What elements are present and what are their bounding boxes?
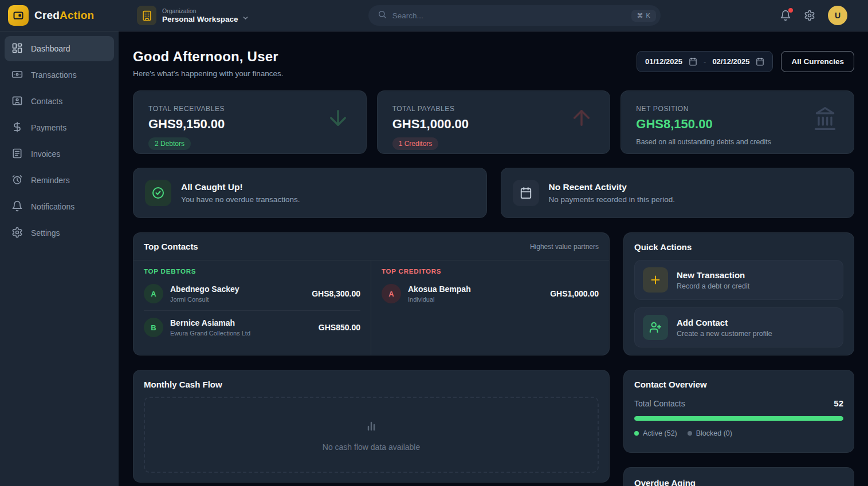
dashboard-icon [11, 42, 23, 56]
top-contacts-card: Top Contacts Highest value partners TOP … [133, 232, 610, 355]
sidebar-item-label: Dashboard [31, 44, 70, 53]
card-title: Monthly Cash Flow [144, 380, 599, 389]
stat-value: GHS9,150.00 [148, 117, 351, 132]
sidebar-item-label: Contacts [31, 97, 62, 106]
date-separator: - [704, 57, 706, 66]
overdue-aging-card: Overdue Aging [623, 467, 854, 486]
date-to-input[interactable]: 02/12/2025 [712, 57, 749, 66]
action-subtitle: Record a debt or credit [677, 282, 749, 290]
stat-value: GHS8,150.00 [636, 117, 839, 132]
card-title: Top Contacts [144, 242, 198, 251]
search-bar[interactable]: ⌘ K [368, 5, 661, 26]
card-title: Overdue Aging [634, 478, 843, 486]
sidebar-item-contacts[interactable]: Contacts [5, 89, 114, 114]
creditors-badge: 1 Creditors [392, 137, 439, 150]
sidebar-item-dashboard[interactable]: Dashboard [5, 36, 114, 61]
bell-icon [11, 200, 23, 214]
sidebar-item-transactions[interactable]: Transactions [5, 62, 114, 88]
blocked-dot-icon [688, 431, 692, 436]
calendar-icon[interactable] [689, 57, 697, 66]
transactions-icon [11, 69, 23, 82]
stat-label: TOTAL RECEIVABLES [148, 105, 351, 113]
arrow-up-icon [569, 106, 594, 132]
total-contacts-value: 52 [834, 398, 843, 408]
sidebar-item-settings[interactable]: Settings [5, 220, 114, 246]
stat-note: Based on all outstanding debts and credi… [636, 138, 839, 146]
sidebar-item-notifications[interactable]: Notifications [5, 194, 114, 219]
page-title: Good Afternoon, User [133, 49, 284, 65]
active-label: Active (52) [643, 429, 677, 437]
date-range-picker[interactable]: 01/12/2025 - 02/12/2025 [637, 51, 773, 72]
brand-header: CredAction [0, 0, 119, 31]
organization-selector[interactable]: Organization Personal Workspace [137, 6, 249, 25]
reminders-icon [11, 174, 23, 187]
app-name: CredAction [34, 9, 94, 22]
topbar: Organization Personal Workspace ⌘ K [119, 0, 868, 31]
debtors-badge: 2 Debtors [148, 137, 191, 150]
search-input[interactable] [392, 11, 626, 20]
main-content: Good Afternoon, User Here's what's happe… [119, 31, 868, 486]
contacts-progress-fill [634, 416, 843, 421]
user-avatar[interactable]: U [828, 6, 847, 25]
card-hint: Highest value partners [530, 243, 599, 251]
search-icon [378, 10, 387, 21]
contact-amount: GHS850.00 [319, 323, 360, 332]
date-from-input[interactable]: 01/12/2025 [645, 57, 682, 66]
sidebar-item-label: Transactions [31, 70, 77, 80]
card-title: Contact Overview [634, 380, 843, 389]
contact-company: Jormi Consult [170, 296, 239, 303]
gear-icon [11, 227, 23, 240]
sidebar-item-invoices[interactable]: Invoices [5, 141, 114, 167]
add-contact-button[interactable]: Add Contact Create a new customer profil… [634, 307, 843, 347]
net-position-card: NET POSITION GHS8,150.00 Based on all ou… [620, 90, 854, 154]
bank-icon [812, 106, 838, 133]
chevron-down-icon [242, 14, 249, 23]
search-wrap: ⌘ K [258, 5, 771, 26]
calendar-icon[interactable] [756, 57, 764, 66]
notifications-button[interactable] [780, 10, 791, 21]
contact-company: Ewura Grand Collections Ltd [170, 330, 250, 337]
org-name: Personal Workspace [162, 15, 238, 23]
contacts-icon [11, 95, 23, 108]
debtor-row[interactable]: B Bernice Asiamah Ewura Grand Collection… [144, 310, 360, 344]
sidebar-item-label: Settings [31, 228, 60, 238]
total-contacts-label: Total Contacts [634, 399, 685, 408]
action-subtitle: Create a new customer profile [677, 330, 772, 338]
arrow-down-icon [326, 106, 350, 132]
debtors-heading: TOP DEBTORS [144, 268, 360, 275]
active-dot-icon [634, 431, 639, 436]
sidebar-nav: Dashboard Transactions Contacts Payments… [0, 31, 119, 247]
top-debtors-column: TOP DEBTORS A Abednego Sackey Jormi Cons… [133, 260, 371, 355]
settings-button[interactable] [804, 10, 815, 21]
blocked-label: Blocked (0) [696, 429, 732, 437]
contact-overview-card: Contact Overview Total Contacts 52 Activ… [623, 370, 854, 453]
sidebar: CredAction Dashboard Transactions Contac… [0, 0, 119, 486]
contact-company: Individual [408, 296, 471, 303]
contact-avatar: A [144, 284, 163, 303]
creditor-row[interactable]: A Akosua Bempah Individual GHS1,000.00 [382, 277, 599, 310]
sidebar-item-reminders[interactable]: Reminders [5, 168, 114, 193]
notice-subtitle: You have no overdue transactions. [181, 195, 300, 204]
calendar-icon [513, 180, 539, 206]
cash-flow-empty-state: No cash flow data available [144, 397, 599, 473]
brand-secondary: Action [60, 9, 94, 21]
search-shortcut-badge: ⌘ K [631, 10, 655, 22]
org-label: Organization [162, 7, 249, 14]
sidebar-item-label: Reminders [31, 176, 70, 185]
stat-label: NET POSITION [636, 105, 839, 113]
action-title: New Transaction [677, 270, 749, 280]
contacts-progress-bar [634, 416, 843, 421]
bar-chart-icon [364, 418, 378, 434]
card-title: Quick Actions [634, 242, 843, 252]
stat-value: GHS1,000.00 [392, 117, 595, 132]
notice-title: All Caught Up! [181, 182, 300, 192]
new-transaction-button[interactable]: New Transaction Record a debt or credit [634, 260, 843, 300]
sidebar-item-label: Invoices [31, 149, 60, 159]
sidebar-item-label: Payments [31, 123, 66, 132]
currency-filter-button[interactable]: All Currencies [781, 51, 854, 72]
page-subtitle: Here's what's happening with your financ… [133, 69, 284, 78]
sidebar-item-payments[interactable]: Payments [5, 115, 114, 140]
active-legend: Active (52) [634, 429, 677, 437]
debtor-row[interactable]: A Abednego Sackey Jormi Consult GHS8,300… [144, 277, 360, 310]
contact-amount: GHS1,000.00 [550, 289, 599, 298]
